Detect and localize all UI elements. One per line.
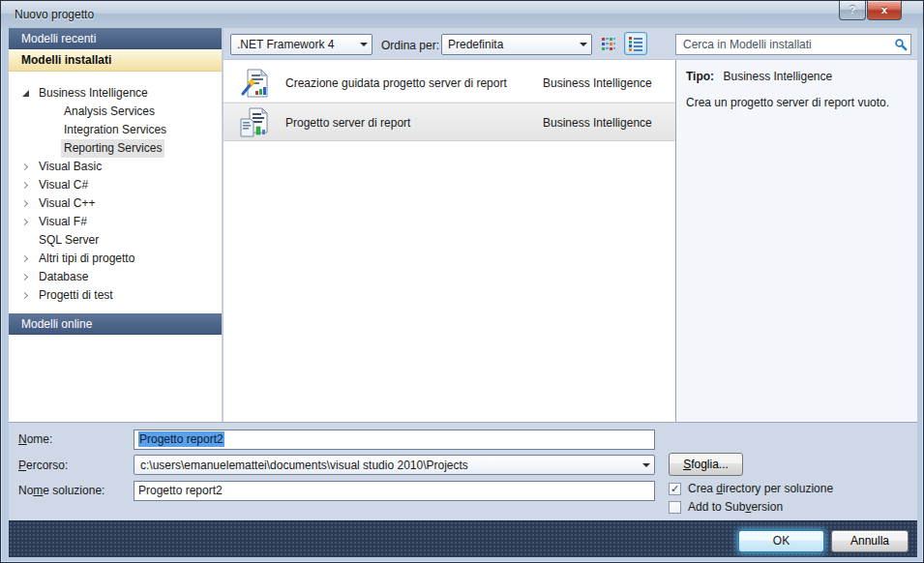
- browse-button[interactable]: Sfoglia...: [669, 453, 743, 476]
- type-value: Business Intelligence: [723, 70, 832, 83]
- chevron-down-icon: [355, 35, 372, 54]
- list-view-icon: [628, 36, 643, 51]
- search-icon[interactable]: [891, 38, 910, 51]
- twisty-collapsed-icon[interactable]: [21, 291, 31, 301]
- sidebar-section-online[interactable]: Modelli online: [9, 313, 222, 335]
- type-label: Tipo:: [686, 70, 714, 83]
- tree-item-database[interactable]: Database: [9, 268, 222, 286]
- chevron-down-icon: [638, 456, 654, 474]
- template-category: Business Intelligence: [543, 104, 652, 142]
- tree-item-analysis-services[interactable]: Analysis Services: [9, 103, 222, 121]
- sidebar-section-installed[interactable]: Modelli installati: [9, 49, 222, 72]
- help-icon: ?: [849, 4, 856, 15]
- project-settings-form: Nome: Progetto report2 Percorso: c:\user…: [9, 422, 917, 520]
- solution-name-label: Nome soluzione:: [18, 484, 104, 497]
- close-icon: x: [881, 4, 887, 15]
- twisty-collapsed-icon[interactable]: [21, 181, 31, 191]
- search-input[interactable]: [676, 38, 891, 51]
- template-list: Creazione guidata progetto server di rep…: [224, 60, 675, 422]
- dialog-content: Modelli recenti Modelli installati Busin…: [9, 28, 917, 557]
- location-dropdown[interactable]: c:\users\emanuelemattei\documents\visual…: [134, 455, 655, 475]
- search-box[interactable]: [675, 34, 911, 55]
- tree-item-visual-fsharp[interactable]: Visual F#: [9, 213, 222, 231]
- framework-dropdown[interactable]: .NET Framework 4: [230, 34, 373, 55]
- sort-by-label: Ordina per:: [381, 39, 439, 52]
- chevron-down-icon: [575, 35, 591, 54]
- twisty-collapsed-icon[interactable]: [21, 273, 31, 282]
- ok-button[interactable]: OK: [738, 530, 824, 552]
- twisty-collapsed-icon[interactable]: [21, 199, 31, 209]
- template-name: Progetto server di report: [285, 104, 410, 142]
- tree-item-test-projects[interactable]: Progetti di test: [9, 286, 222, 305]
- twisty-collapsed-icon[interactable]: [21, 254, 31, 264]
- solution-name-input[interactable]: Progetto report2: [134, 481, 655, 501]
- help-button[interactable]: ?: [839, 1, 866, 20]
- tree-item-other-project-types[interactable]: Altri tipi di progetto: [9, 250, 222, 268]
- dialog-footer: OK Annulla: [9, 520, 917, 557]
- tree-item-visual-csharp[interactable]: Visual C#: [9, 176, 222, 194]
- template-description-text: Crea un progetto server di report vuoto.: [686, 96, 908, 109]
- new-project-dialog: Nuovo progetto ? x Modelli recenti Model…: [0, 0, 924, 563]
- tree-item-integration-services[interactable]: Integration Services: [9, 121, 222, 139]
- name-label: Nome:: [18, 432, 52, 446]
- template-category: Business Intelligence: [543, 64, 652, 103]
- view-small-icons-button[interactable]: [597, 32, 620, 55]
- add-to-subversion-option[interactable]: Add to Subversion: [669, 500, 783, 514]
- list-toolbar: .NET Framework 4 Ordina per: Predefinita: [224, 28, 917, 60]
- project-name-input[interactable]: Progetto report2: [134, 430, 655, 450]
- tree-item-visual-cpp[interactable]: Visual C++: [9, 194, 222, 213]
- close-button[interactable]: x: [867, 1, 902, 20]
- selected-text: Progetto report2: [138, 431, 224, 447]
- report-wizard-icon: [239, 68, 271, 99]
- tree-item-sql-server[interactable]: SQL Server: [9, 231, 222, 250]
- create-directory-checkbox[interactable]: ✓: [669, 483, 681, 495]
- cancel-button[interactable]: Annulla: [831, 530, 909, 552]
- template-item-report-project[interactable]: Progetto server di report Business Intel…: [224, 103, 675, 141]
- view-list-button[interactable]: [624, 32, 647, 55]
- template-description-panel: Tipo: Business Intelligence Crea un prog…: [675, 60, 917, 422]
- add-to-subversion-checkbox[interactable]: [669, 501, 681, 514]
- template-name: Creazione guidata progetto server di rep…: [285, 64, 507, 103]
- location-label: Percorso:: [18, 459, 68, 472]
- dialog-title: Nuovo progetto: [15, 8, 94, 21]
- category-tree: Business Intelligence Analysis Services …: [9, 72, 222, 313]
- report-project-icon: [239, 107, 271, 138]
- create-directory-option[interactable]: ✓ Crea directory per soluzione: [669, 482, 833, 495]
- tree-item-visual-basic[interactable]: Visual Basic: [9, 158, 222, 176]
- twisty-collapsed-icon[interactable]: [21, 163, 31, 172]
- sort-dropdown[interactable]: Predefinita: [441, 34, 592, 55]
- twisty-collapsed-icon[interactable]: [21, 218, 31, 227]
- sidebar-section-recent[interactable]: Modelli recenti: [9, 28, 222, 49]
- tree-item-reporting-services[interactable]: Reporting Services: [9, 139, 222, 158]
- tree-item-business-intelligence[interactable]: Business Intelligence: [9, 84, 222, 103]
- twisty-expanded-icon[interactable]: [21, 89, 31, 99]
- template-categories-sidebar: Modelli recenti Modelli installati Busin…: [9, 28, 224, 422]
- template-item-report-wizard[interactable]: Creazione guidata progetto server di rep…: [224, 64, 675, 103]
- title-bar[interactable]: Nuovo progetto ? x: [1, 1, 924, 28]
- small-icons-view-icon: [601, 36, 616, 51]
